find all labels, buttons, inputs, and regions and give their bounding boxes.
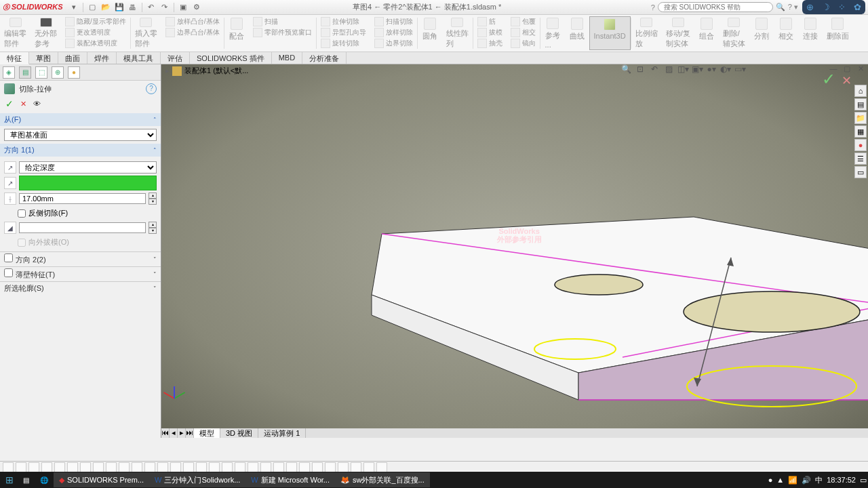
file-explorer-tab[interactable]: 📁 xyxy=(854,112,867,124)
display-mode-2[interactable]: ☽ xyxy=(822,2,830,12)
tray-icon-1[interactable]: ● xyxy=(768,476,773,484)
display-tab[interactable]: ⊕ xyxy=(52,66,64,79)
linear-pattern-button[interactable]: 线性阵列 xyxy=(442,16,473,50)
display-style-icon[interactable]: ▣▾ xyxy=(691,64,703,75)
hide-show-vis-icon[interactable]: ●▾ xyxy=(705,64,717,75)
loft-button[interactable]: 放样凸台/基体 xyxy=(161,16,224,27)
boundary-button[interactable]: 边界凸台/基体 xyxy=(161,27,224,38)
boundary-cut-button[interactable]: 边界切除 xyxy=(370,38,417,49)
direction-ref-icon[interactable]: ↗ xyxy=(4,177,16,189)
forum-tab[interactable]: ▭ xyxy=(854,166,867,178)
browser-button[interactable]: 🌐 xyxy=(35,472,54,487)
sweep-cut-button[interactable]: 扫描切除 xyxy=(370,16,417,27)
mate-button[interactable]: 配合 xyxy=(224,16,249,50)
sweep-button[interactable]: 扫描 xyxy=(249,16,316,27)
taskbar-firefox[interactable]: 🦊sw外部关联_百度搜... xyxy=(335,472,430,487)
tab-mbd[interactable]: MBD xyxy=(272,52,302,64)
move-copy-button[interactable]: 移动/复制实体 xyxy=(662,16,694,50)
revolve-cut-button[interactable]: 旋转切除 xyxy=(317,38,370,49)
taskbar-word1[interactable]: W三分钟入门Solidwork... xyxy=(149,472,245,487)
assembly-transparency-button[interactable]: 装配体透明度 xyxy=(61,38,130,49)
split-button[interactable]: 分割 xyxy=(749,16,774,50)
loft-cut-button[interactable]: 放样切除 xyxy=(370,27,417,38)
tray-network-icon[interactable]: 📶 xyxy=(788,476,797,485)
open-icon[interactable]: 📂 xyxy=(99,1,113,14)
undo-icon[interactable]: ↶ xyxy=(144,1,158,14)
detailed-preview-icon[interactable]: 👁 xyxy=(33,100,41,108)
help-dropdown-icon[interactable]: ? ▾ xyxy=(788,3,798,12)
tab-addins[interactable]: SOLIDWORKS 插件 xyxy=(190,52,272,64)
options-icon[interactable]: ⚙ xyxy=(190,1,203,14)
intersect-button[interactable]: 相交 xyxy=(507,27,540,38)
direction-reference-input[interactable] xyxy=(19,176,157,190)
feature-tree-tab[interactable]: ◈ xyxy=(3,66,15,79)
hide-show-button[interactable]: 隐藏/显示零部件 xyxy=(61,16,130,27)
new-icon[interactable]: ▢ xyxy=(85,1,99,14)
section-view-icon[interactable]: ▨ xyxy=(663,64,675,75)
breadcrumb[interactable]: ▸ 装配体1 (默认<默... xyxy=(164,64,250,77)
instant3d-button[interactable]: Instant3D xyxy=(589,16,631,50)
tab-nav-first[interactable]: ⏮ xyxy=(161,428,170,438)
prev-view-icon[interactable]: ↶ xyxy=(648,64,660,75)
preview-window-button[interactable]: 零部件预览窗口 xyxy=(249,27,316,38)
tray-notifications-icon[interactable]: ▭ xyxy=(860,476,867,485)
hole-wizard-button[interactable]: 异型孔向导 xyxy=(317,27,370,38)
bottom-tab-3dview[interactable]: 3D 视图 xyxy=(220,428,258,438)
draft-button[interactable]: 拔模 xyxy=(473,27,507,38)
tab-evaluate[interactable]: 评估 xyxy=(161,52,190,64)
view-orient-icon[interactable]: ◫▾ xyxy=(677,64,689,75)
depth-spinner[interactable]: ▴▾ xyxy=(149,192,157,205)
transparency-button[interactable]: 更改透明度 xyxy=(61,27,130,38)
draft-input[interactable] xyxy=(19,222,146,233)
rebuild-icon[interactable]: ▣ xyxy=(176,1,190,14)
thin-section-header[interactable]: 薄壁特征(T) ˅ xyxy=(0,266,161,281)
save-icon[interactable]: 💾 xyxy=(113,1,126,14)
bottom-tab-model[interactable]: 模型 xyxy=(194,428,220,438)
from-section-header[interactable]: 从(F) ˄ xyxy=(0,113,161,126)
redo-icon[interactable]: ↷ xyxy=(158,1,172,14)
bottom-tab-motion[interactable]: 运动算例 1 xyxy=(258,428,306,438)
custom-props-tab[interactable]: ☰ xyxy=(854,152,867,165)
view-triad[interactable] xyxy=(170,382,190,403)
appearance-tab[interactable]: ● xyxy=(68,66,80,79)
dir1-section-header[interactable]: 方向 1(1) ˄ xyxy=(0,144,161,157)
display-settings-icon[interactable]: ✿ xyxy=(854,2,861,12)
tray-ime-icon[interactable]: 中 xyxy=(815,475,823,485)
tab-nav-next[interactable]: ▸ xyxy=(178,428,186,438)
appearances-tab[interactable]: ● xyxy=(854,139,867,151)
mirror-button[interactable]: 镜向 xyxy=(507,38,540,49)
from-select[interactable]: 草图基准面 xyxy=(4,129,157,141)
taskbar-solidworks[interactable]: ◆SOLIDWORKS Prem... xyxy=(54,472,149,487)
viewport[interactable]: ▸ 装配体1 (默认<默... 🔍 ⊡ ↶ ▨ ◫▾ ▣▾ ●▾ ◐▾ ▭▾ —… xyxy=(161,64,868,438)
contours-section-header[interactable]: 所选轮廓(S) ˅ xyxy=(0,281,161,295)
taskview-button[interactable]: ▤ xyxy=(18,472,35,487)
tab-sketch[interactable]: 草图 xyxy=(29,52,58,64)
join-button[interactable]: 连接 xyxy=(798,16,823,50)
shell-button[interactable]: 抽壳 xyxy=(473,38,507,49)
fillet-button[interactable]: 圆角 xyxy=(418,16,442,50)
dir2-section-header[interactable]: 方向 2(2) ˅ xyxy=(0,251,161,266)
taskbar-word2[interactable]: W新建 Microsoft Wor... xyxy=(245,472,335,487)
tray-icon-2[interactable]: ▲ xyxy=(776,476,784,484)
rib-button[interactable]: 筋 xyxy=(473,16,507,27)
view-palette-tab[interactable]: ▦ xyxy=(854,125,867,138)
close-icon[interactable]: ✕ xyxy=(854,64,867,74)
feature-help-icon[interactable]: ? xyxy=(146,83,157,94)
search-submit-icon[interactable]: 🔍 xyxy=(776,3,785,12)
extrude-cut-button[interactable]: 拉伸切除 xyxy=(317,16,370,27)
ok-button[interactable]: ✓ xyxy=(5,98,14,109)
draft-icon[interactable]: ◢ xyxy=(4,222,16,234)
tray-clock[interactable]: 18:37:52 xyxy=(827,476,856,484)
draft-spinner[interactable]: ▴▾ xyxy=(149,222,157,234)
end-condition-select[interactable]: 给定深度 xyxy=(19,161,157,174)
ref-geom-button[interactable]: 参考... xyxy=(540,16,565,50)
delete-face-button[interactable]: 删除面 xyxy=(823,16,853,50)
print-icon[interactable]: 🖶 xyxy=(126,1,140,14)
property-tab[interactable]: ▤ xyxy=(19,66,31,79)
reverse-cut-checkbox[interactable]: 反侧切除(F) xyxy=(4,207,157,220)
apply-scene-icon[interactable]: ▭▾ xyxy=(734,64,746,75)
display-mode-1[interactable]: ⊕ xyxy=(806,2,814,12)
intersect2-button[interactable]: 相交 xyxy=(774,16,798,50)
tab-mold[interactable]: 模具工具 xyxy=(117,52,161,64)
insert-button[interactable]: 插入零部件 xyxy=(131,16,161,50)
